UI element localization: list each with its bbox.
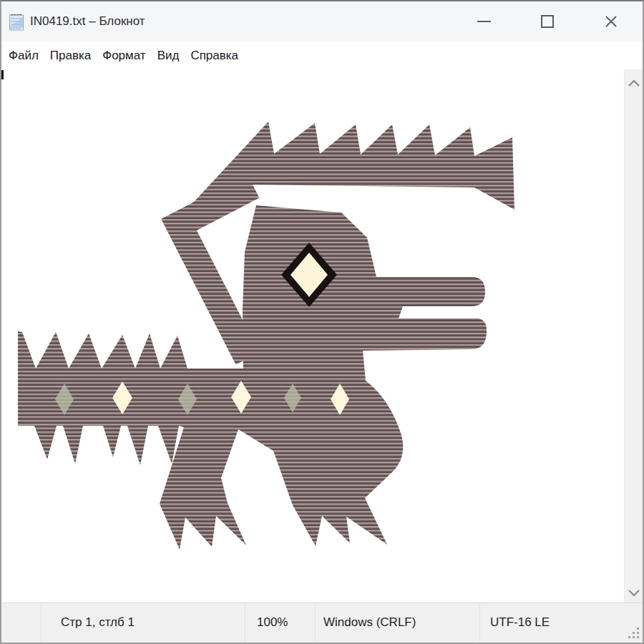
close-icon — [604, 14, 618, 29]
close-button[interactable] — [595, 1, 627, 42]
status-bar: Стр 1, стлб 1 100% Windows (CRLF) UTF-16… — [1, 602, 643, 643]
chevron-down-icon[interactable] — [627, 588, 641, 597]
ascii-art-creature — [1, 69, 624, 602]
window-title: IN0419.txt – Блокнот — [30, 1, 145, 42]
menu-item-help[interactable]: Справка — [185, 49, 244, 63]
status-line-ending: Windows (CRLF) — [315, 603, 479, 643]
status-cursor-position: Стр 1, стлб 1 — [41, 603, 245, 643]
menu-item-format[interactable]: Формат — [97, 49, 151, 63]
resize-grip[interactable] — [626, 625, 639, 638]
text-editor-area[interactable] — [1, 69, 624, 602]
menu-bar: Файл Правка Формат Вид Справка — [1, 42, 643, 69]
vertical-scrollbar[interactable] — [624, 69, 643, 602]
menu-item-file[interactable]: Файл — [3, 49, 44, 63]
status-encoding-label: UTF-16 LE — [490, 615, 550, 629]
creature-neck-band — [179, 186, 253, 358]
title-bar[interactable]: IN0419.txt – Блокнот — [1, 1, 643, 42]
maximize-button[interactable] — [532, 1, 563, 42]
notepad-window: IN0419.txt – Блокнот Файл Правка Формат … — [0, 0, 644, 644]
status-zoom-level: 100% — [245, 603, 315, 643]
status-cell-empty — [1, 603, 41, 643]
minimize-button[interactable] — [468, 1, 499, 42]
menu-item-view[interactable]: Вид — [152, 49, 185, 63]
minimize-icon — [477, 21, 491, 22]
chevron-up-icon[interactable] — [627, 79, 641, 88]
creature-body — [18, 205, 487, 550]
maximize-icon — [541, 15, 554, 28]
status-encoding: UTF-16 LE — [479, 603, 643, 643]
menu-item-edit[interactable]: Правка — [44, 49, 97, 63]
notepad-icon — [8, 12, 26, 31]
